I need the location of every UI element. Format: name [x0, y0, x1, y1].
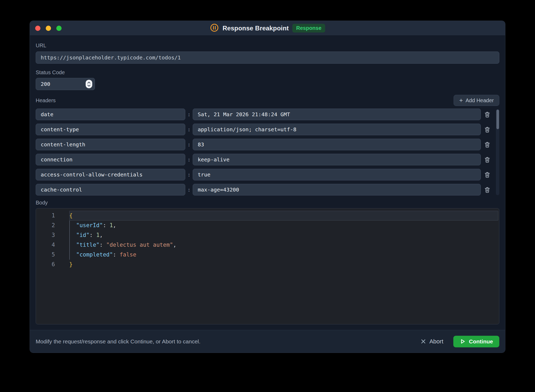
url-label: URL	[36, 43, 499, 49]
response-badge: Response	[292, 24, 325, 32]
pause-icon	[210, 23, 219, 33]
delete-header-button[interactable]	[481, 126, 494, 133]
close-icon	[421, 339, 426, 344]
headers-list: : : :	[36, 109, 499, 195]
trash-icon	[484, 171, 491, 178]
headers-scrollbar[interactable]	[496, 109, 499, 195]
line-number: 6	[36, 261, 55, 268]
header-key-input[interactable]	[36, 184, 185, 195]
trash-icon	[484, 156, 491, 163]
header-row: :	[36, 184, 499, 195]
title-bar: Response Breakpoint Response	[30, 21, 505, 36]
delete-header-button[interactable]	[481, 186, 494, 193]
zoom-window-button[interactable]	[56, 26, 62, 31]
delete-header-button[interactable]	[481, 156, 494, 163]
code-line: 1 {	[36, 211, 499, 220]
header-key-input[interactable]	[36, 124, 185, 135]
response-breakpoint-dialog: Response Breakpoint Response URL Status …	[30, 21, 505, 353]
status-code-label: Status Code	[36, 69, 499, 76]
code-line: 4 "title": "delectus aut autem",	[36, 240, 499, 250]
trash-icon	[484, 141, 491, 148]
code-line: 6 }	[36, 259, 499, 269]
window-controls	[35, 26, 62, 31]
chevron-down-icon	[87, 84, 91, 87]
header-value-input[interactable]	[193, 184, 481, 195]
body-label: Body	[36, 200, 499, 206]
header-row: :	[36, 124, 499, 135]
code-line: 3 "id": 1,	[36, 230, 499, 240]
abort-button[interactable]: Abort	[421, 338, 443, 345]
header-key-input[interactable]	[36, 169, 185, 180]
trash-icon	[484, 186, 491, 193]
close-window-button[interactable]	[35, 26, 40, 31]
header-value-input[interactable]	[193, 109, 481, 120]
header-value-input[interactable]	[193, 169, 481, 180]
footer-message: Modify the request/response and click Co…	[36, 338, 200, 345]
header-row: :	[36, 109, 499, 120]
header-value-input[interactable]	[193, 124, 481, 135]
header-key-input[interactable]	[36, 139, 185, 150]
delete-header-button[interactable]	[481, 171, 494, 178]
line-number: 3	[36, 232, 55, 238]
key-value-separator: :	[185, 126, 193, 133]
screen: Response Breakpoint Response URL Status …	[0, 0, 535, 392]
header-key-input[interactable]	[36, 154, 185, 165]
header-value-input[interactable]	[193, 154, 481, 165]
key-value-separator: :	[185, 141, 193, 148]
key-value-separator: :	[185, 111, 193, 118]
trash-icon	[484, 126, 491, 133]
delete-header-button[interactable]	[481, 111, 494, 118]
line-number: 4	[36, 242, 55, 248]
play-icon	[460, 338, 466, 344]
url-input[interactable]	[36, 52, 499, 64]
line-number: 2	[36, 222, 55, 228]
add-header-button[interactable]: + Add Header	[454, 95, 499, 106]
header-row: :	[36, 139, 499, 150]
plus-icon: +	[459, 97, 463, 104]
chevron-up-icon	[87, 81, 91, 84]
code-line: 5 "completed": false	[36, 250, 499, 259]
continue-button[interactable]: Continue	[453, 336, 499, 347]
header-row: :	[36, 154, 499, 165]
line-number: 5	[36, 251, 55, 258]
code-line: 2 "userId": 1,	[36, 220, 499, 230]
headers-scrollbar-thumb[interactable]	[496, 110, 499, 129]
key-value-separator: :	[185, 156, 193, 163]
trash-icon	[484, 111, 491, 118]
minimize-window-button[interactable]	[46, 26, 51, 31]
key-value-separator: :	[185, 186, 193, 193]
footer-bar: Modify the request/response and click Co…	[30, 330, 505, 353]
status-code-stepper[interactable]	[86, 80, 92, 88]
headers-label: Headers	[36, 97, 56, 104]
line-number: 1	[36, 212, 55, 219]
header-row: :	[36, 169, 499, 180]
delete-header-button[interactable]	[481, 141, 494, 148]
body-code-editor[interactable]: 1 { 2 "userId": 1, 3 "id": 1, 4 "title":…	[36, 208, 499, 324]
dialog-title: Response Breakpoint	[223, 25, 289, 32]
header-value-input[interactable]	[193, 139, 481, 150]
key-value-separator: :	[185, 171, 193, 178]
header-key-input[interactable]	[36, 109, 185, 120]
